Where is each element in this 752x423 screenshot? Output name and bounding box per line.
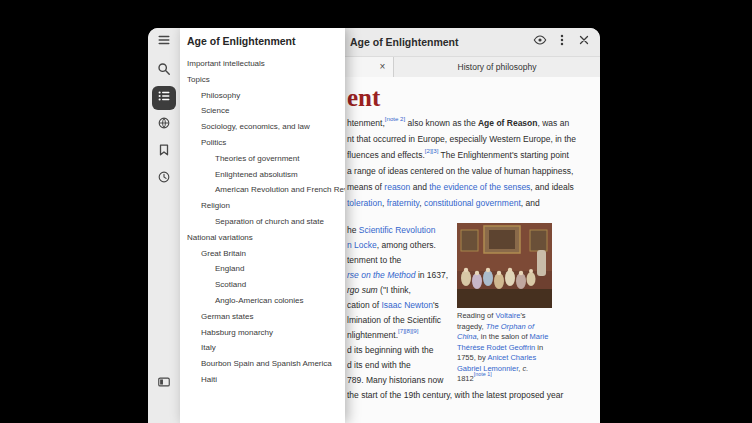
- toc-item[interactable]: Haiti: [180, 372, 345, 388]
- toc-item[interactable]: American Revolution and French Revolutio…: [180, 182, 345, 198]
- article-text-line: d its beginning with the: [347, 343, 455, 358]
- toc-item[interactable]: Great Britain: [180, 246, 345, 262]
- toc-item[interactable]: National variations: [180, 230, 345, 246]
- toc-list: Important intellectualsTopicsPhilosophyS…: [180, 56, 345, 388]
- toc-item[interactable]: Enlightened absolutism: [180, 167, 345, 183]
- figure-caption: Reading of Voltaire's tragedy, The Orpha…: [457, 311, 554, 385]
- toc-item[interactable]: Religion: [180, 198, 345, 214]
- article-text-line: nt that occurred in Europe, especially W…: [347, 131, 592, 147]
- text-span: tenment to the: [347, 255, 401, 265]
- search-button[interactable]: [152, 59, 176, 83]
- close-window-button[interactable]: [574, 32, 594, 52]
- article-heading: ent: [347, 83, 592, 113]
- tab-current-article[interactable]: ×: [345, 57, 394, 77]
- languages-button[interactable]: [152, 113, 176, 137]
- article-link[interactable]: rse on the Method: [347, 270, 416, 280]
- lead-paragraph: htenment,[note 2] also known as the Age …: [347, 115, 592, 211]
- reference-link[interactable]: [note 1]: [474, 371, 492, 377]
- reference-link[interactable]: [2][3]: [425, 147, 439, 154]
- toc-item[interactable]: Philosophy: [180, 88, 345, 104]
- close-icon: [577, 33, 591, 51]
- toc-item[interactable]: England: [180, 261, 345, 277]
- search-icon: [157, 62, 171, 80]
- text-span: lmination of the Scientific: [347, 315, 441, 325]
- article-link[interactable]: constitutional government: [424, 198, 521, 208]
- toc-item[interactable]: Italy: [180, 340, 345, 356]
- window-title: Age of Enlightenment: [345, 36, 459, 48]
- article-link[interactable]: Voltaire: [495, 311, 520, 320]
- article-link[interactable]: n Locke: [347, 240, 377, 250]
- page-menu-button[interactable]: [552, 32, 572, 52]
- history-clock-icon: [157, 170, 171, 188]
- text-span: , and ideals: [530, 182, 573, 192]
- table-of-contents-button[interactable]: [152, 86, 176, 110]
- article-text-line: lmination of the Scientific: [347, 313, 455, 328]
- reader-view-button[interactable]: [530, 32, 550, 52]
- text-span: nt that occurred in Europe, especially W…: [347, 134, 576, 144]
- text-span: he: [347, 225, 359, 235]
- salon-painting-image[interactable]: [457, 223, 552, 308]
- article-text-line: rse on the Method in 1637,: [347, 268, 455, 283]
- toc-item[interactable]: Habsburg monarchy: [180, 325, 345, 341]
- toc-item[interactable]: Bourbon Spain and Spanish America: [180, 356, 345, 372]
- text-span: 1812: [457, 374, 474, 383]
- main-menu-button[interactable]: [152, 30, 176, 54]
- article-text-line: rgo sum ("I think,: [347, 283, 455, 298]
- article-link[interactable]: toleration: [347, 198, 382, 208]
- text-span: Age of Reason: [478, 118, 538, 128]
- reference-link[interactable]: [7][8][9]: [398, 328, 418, 334]
- second-paragraph: he Scientific Revolutionn Locke, among o…: [347, 223, 455, 388]
- article-text-line: fluences and effects.[2][3] The Enlighte…: [347, 147, 592, 163]
- article-link[interactable]: Isaac Newton: [382, 300, 434, 310]
- text-span: 's: [433, 300, 439, 310]
- article-link[interactable]: reason: [384, 182, 410, 192]
- tab-bar: × History of philosophy: [345, 57, 600, 78]
- toc-list-icon: [157, 89, 171, 107]
- toc-item[interactable]: Science: [180, 103, 345, 119]
- icon-sidebar: [148, 28, 180, 423]
- toc-item[interactable]: Topics: [180, 72, 345, 88]
- toc-item[interactable]: German states: [180, 309, 345, 325]
- text-span: fluences and effects.: [347, 150, 425, 160]
- text-span: The Enlightenment's starting point: [438, 150, 568, 160]
- paragraph-continuation: the start of the 19th century, with the …: [347, 388, 592, 403]
- tab-close-button[interactable]: ×: [376, 61, 389, 74]
- toggle-sidebar-button[interactable]: [152, 372, 176, 396]
- toc-item[interactable]: Important intellectuals: [180, 56, 345, 72]
- toc-item[interactable]: Separation of church and state: [180, 214, 345, 230]
- text-span: the start of the 19th century, with the …: [347, 390, 563, 400]
- article-link[interactable]: Scientific Revolution: [359, 225, 436, 235]
- toc-item[interactable]: Sociology, economics, and law: [180, 119, 345, 135]
- toc-item[interactable]: Scotland: [180, 277, 345, 293]
- languages-globe-icon: [157, 116, 171, 134]
- text-span: d its beginning with the: [347, 345, 433, 355]
- article-text-line: 789. Many historians now: [347, 373, 455, 388]
- text-span: also known as the: [405, 118, 478, 128]
- article-figure: Reading of Voltaire's tragedy, The Orpha…: [457, 223, 554, 388]
- article-text-line: a range of ideas centered on the value o…: [347, 163, 592, 179]
- text-span: , was an: [537, 118, 569, 128]
- reference-link[interactable]: [note 2]: [385, 115, 405, 122]
- article-text-line: d its end with the: [347, 358, 455, 373]
- text-span: c.: [522, 364, 528, 373]
- bookmarks-button[interactable]: [152, 140, 176, 164]
- toc-item[interactable]: Theories of government: [180, 151, 345, 167]
- tab-history-of-philosophy[interactable]: History of philosophy: [394, 57, 600, 77]
- toc-item[interactable]: Politics: [180, 135, 345, 151]
- tab-label: History of philosophy: [458, 62, 537, 72]
- eye-icon: [533, 33, 547, 51]
- text-span: , and: [521, 198, 540, 208]
- article-text-line: n Locke, among others.: [347, 238, 455, 253]
- article-link[interactable]: fraternity: [387, 198, 419, 208]
- hamburger-menu-icon: [157, 33, 171, 51]
- letterbox-background: { "colors": { "heading_red": "#9a2121", …: [0, 0, 752, 423]
- article-link[interactable]: the evidence of the senses: [429, 182, 530, 192]
- history-button[interactable]: [152, 167, 176, 191]
- toc-panel-title: Age of Enlightenment: [180, 28, 345, 55]
- toc-item[interactable]: Anglo-American colonies: [180, 293, 345, 309]
- text-span: and: [410, 182, 429, 192]
- article-text-line: nlightenment.[7][8][9]: [347, 328, 455, 343]
- article-text-line: toleration, fraternity, constitutional g…: [347, 195, 592, 211]
- main-column: Age of Enlightenment: [345, 28, 600, 423]
- bookmark-icon: [157, 143, 171, 161]
